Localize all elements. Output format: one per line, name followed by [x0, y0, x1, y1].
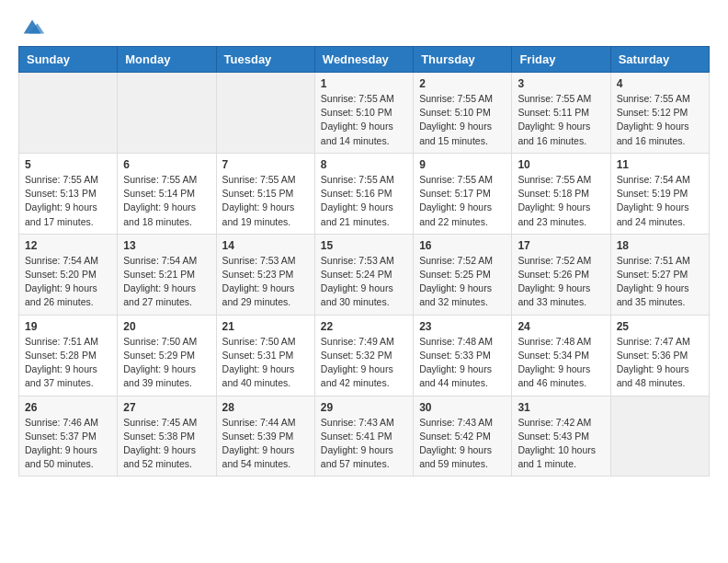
- calendar-cell: 14Sunrise: 7:53 AM Sunset: 5:23 PM Dayli…: [216, 234, 314, 315]
- day-number: 8: [321, 158, 407, 171]
- calendar-cell: 7Sunrise: 7:55 AM Sunset: 5:15 PM Daylig…: [216, 153, 314, 234]
- calendar-cell: 25Sunrise: 7:47 AM Sunset: 5:36 PM Dayli…: [610, 315, 709, 396]
- day-info: Sunrise: 7:48 AM Sunset: 5:33 PM Dayligh…: [419, 335, 506, 391]
- weekday-header: Friday: [512, 47, 610, 73]
- calendar-cell: 5Sunrise: 7:55 AM Sunset: 5:13 PM Daylig…: [19, 153, 118, 234]
- day-number: 28: [222, 401, 309, 414]
- day-number: 19: [25, 320, 111, 333]
- day-info: Sunrise: 7:53 AM Sunset: 5:24 PM Dayligh…: [321, 254, 407, 310]
- day-info: Sunrise: 7:49 AM Sunset: 5:32 PM Dayligh…: [321, 335, 407, 391]
- day-info: Sunrise: 7:42 AM Sunset: 5:43 PM Dayligh…: [518, 416, 604, 472]
- day-info: Sunrise: 7:43 AM Sunset: 5:41 PM Dayligh…: [321, 416, 407, 472]
- day-number: 6: [123, 158, 210, 171]
- day-info: Sunrise: 7:54 AM Sunset: 5:21 PM Dayligh…: [123, 254, 210, 310]
- day-number: 5: [25, 158, 111, 171]
- calendar-cell: 13Sunrise: 7:54 AM Sunset: 5:21 PM Dayli…: [118, 234, 216, 315]
- day-info: Sunrise: 7:53 AM Sunset: 5:23 PM Dayligh…: [222, 254, 309, 310]
- weekday-header: Sunday: [19, 47, 118, 73]
- day-info: Sunrise: 7:47 AM Sunset: 5:36 PM Dayligh…: [617, 335, 703, 391]
- day-number: 3: [518, 77, 604, 90]
- day-info: Sunrise: 7:46 AM Sunset: 5:37 PM Dayligh…: [25, 416, 111, 472]
- day-number: 15: [321, 239, 407, 252]
- day-number: 25: [617, 320, 703, 333]
- day-info: Sunrise: 7:48 AM Sunset: 5:34 PM Dayligh…: [518, 335, 604, 391]
- day-number: 20: [123, 320, 210, 333]
- calendar-cell: 3Sunrise: 7:55 AM Sunset: 5:11 PM Daylig…: [512, 73, 610, 154]
- day-number: 13: [123, 239, 210, 252]
- calendar-cell: 16Sunrise: 7:52 AM Sunset: 5:25 PM Dayli…: [414, 234, 512, 315]
- calendar-week-row: 12Sunrise: 7:54 AM Sunset: 5:20 PM Dayli…: [19, 234, 710, 315]
- calendar-cell: 30Sunrise: 7:43 AM Sunset: 5:42 PM Dayli…: [414, 396, 512, 477]
- day-info: Sunrise: 7:51 AM Sunset: 5:27 PM Dayligh…: [617, 254, 703, 310]
- day-info: Sunrise: 7:55 AM Sunset: 5:11 PM Dayligh…: [518, 92, 604, 148]
- day-number: 29: [321, 401, 407, 414]
- weekday-header: Saturday: [610, 47, 709, 73]
- day-number: 2: [419, 77, 506, 90]
- day-number: 9: [419, 158, 506, 171]
- calendar-cell: 18Sunrise: 7:51 AM Sunset: 5:27 PM Dayli…: [610, 234, 709, 315]
- calendar-cell: 4Sunrise: 7:55 AM Sunset: 5:12 PM Daylig…: [610, 73, 709, 154]
- calendar-header-row: SundayMondayTuesdayWednesdayThursdayFrid…: [19, 47, 710, 73]
- logo: [18, 15, 46, 37]
- day-info: Sunrise: 7:55 AM Sunset: 5:12 PM Dayligh…: [617, 92, 703, 148]
- day-number: 4: [617, 77, 703, 90]
- calendar-cell: 28Sunrise: 7:44 AM Sunset: 5:39 PM Dayli…: [216, 396, 314, 477]
- day-info: Sunrise: 7:55 AM Sunset: 5:15 PM Dayligh…: [222, 173, 309, 229]
- day-info: Sunrise: 7:55 AM Sunset: 5:14 PM Dayligh…: [123, 173, 210, 229]
- day-info: Sunrise: 7:43 AM Sunset: 5:42 PM Dayligh…: [419, 416, 506, 472]
- day-number: 17: [518, 239, 604, 252]
- weekday-header: Thursday: [414, 47, 512, 73]
- day-info: Sunrise: 7:52 AM Sunset: 5:26 PM Dayligh…: [518, 254, 604, 310]
- day-info: Sunrise: 7:54 AM Sunset: 5:19 PM Dayligh…: [617, 173, 703, 229]
- day-info: Sunrise: 7:50 AM Sunset: 5:29 PM Dayligh…: [123, 335, 210, 391]
- page: SundayMondayTuesdayWednesdayThursdayFrid…: [0, 0, 728, 491]
- calendar-cell: 17Sunrise: 7:52 AM Sunset: 5:26 PM Dayli…: [512, 234, 610, 315]
- day-number: 23: [419, 320, 506, 333]
- calendar-cell: 22Sunrise: 7:49 AM Sunset: 5:32 PM Dayli…: [314, 315, 413, 396]
- day-number: 22: [321, 320, 407, 333]
- day-info: Sunrise: 7:55 AM Sunset: 5:18 PM Dayligh…: [518, 173, 604, 229]
- day-number: 14: [222, 239, 309, 252]
- day-info: Sunrise: 7:55 AM Sunset: 5:16 PM Dayligh…: [321, 173, 407, 229]
- day-number: 16: [419, 239, 506, 252]
- day-info: Sunrise: 7:55 AM Sunset: 5:10 PM Dayligh…: [419, 92, 506, 148]
- day-info: Sunrise: 7:50 AM Sunset: 5:31 PM Dayligh…: [222, 335, 309, 391]
- calendar-cell: 2Sunrise: 7:55 AM Sunset: 5:10 PM Daylig…: [414, 73, 512, 154]
- calendar-week-row: 26Sunrise: 7:46 AM Sunset: 5:37 PM Dayli…: [19, 396, 710, 477]
- day-info: Sunrise: 7:51 AM Sunset: 5:28 PM Dayligh…: [25, 335, 111, 391]
- day-info: Sunrise: 7:45 AM Sunset: 5:38 PM Dayligh…: [123, 416, 210, 472]
- day-number: 27: [123, 401, 210, 414]
- day-number: 30: [419, 401, 506, 414]
- weekday-header: Monday: [118, 47, 216, 73]
- day-info: Sunrise: 7:54 AM Sunset: 5:20 PM Dayligh…: [25, 254, 111, 310]
- weekday-header: Wednesday: [314, 47, 413, 73]
- day-info: Sunrise: 7:52 AM Sunset: 5:25 PM Dayligh…: [419, 254, 506, 310]
- day-number: 26: [25, 401, 111, 414]
- calendar-cell: [19, 73, 118, 154]
- day-number: 24: [518, 320, 604, 333]
- day-info: Sunrise: 7:55 AM Sunset: 5:13 PM Dayligh…: [25, 173, 111, 229]
- day-number: 12: [25, 239, 111, 252]
- weekday-header: Tuesday: [216, 47, 314, 73]
- day-number: 1: [321, 77, 407, 90]
- calendar-week-row: 1Sunrise: 7:55 AM Sunset: 5:10 PM Daylig…: [19, 73, 710, 154]
- calendar-cell: 23Sunrise: 7:48 AM Sunset: 5:33 PM Dayli…: [414, 315, 512, 396]
- calendar-cell: 20Sunrise: 7:50 AM Sunset: 5:29 PM Dayli…: [118, 315, 216, 396]
- calendar-cell: 12Sunrise: 7:54 AM Sunset: 5:20 PM Dayli…: [19, 234, 118, 315]
- calendar-cell: 9Sunrise: 7:55 AM Sunset: 5:17 PM Daylig…: [414, 153, 512, 234]
- calendar-cell: 8Sunrise: 7:55 AM Sunset: 5:16 PM Daylig…: [314, 153, 413, 234]
- calendar: SundayMondayTuesdayWednesdayThursdayFrid…: [18, 46, 710, 477]
- calendar-cell: [216, 73, 314, 154]
- calendar-cell: 19Sunrise: 7:51 AM Sunset: 5:28 PM Dayli…: [19, 315, 118, 396]
- calendar-cell: 29Sunrise: 7:43 AM Sunset: 5:41 PM Dayli…: [314, 396, 413, 477]
- calendar-week-row: 5Sunrise: 7:55 AM Sunset: 5:13 PM Daylig…: [19, 153, 710, 234]
- day-number: 18: [617, 239, 703, 252]
- calendar-cell: 27Sunrise: 7:45 AM Sunset: 5:38 PM Dayli…: [118, 396, 216, 477]
- calendar-cell: 1Sunrise: 7:55 AM Sunset: 5:10 PM Daylig…: [314, 73, 413, 154]
- calendar-cell: [118, 73, 216, 154]
- header: [18, 15, 710, 37]
- day-number: 31: [518, 401, 604, 414]
- day-number: 10: [518, 158, 604, 171]
- calendar-cell: 26Sunrise: 7:46 AM Sunset: 5:37 PM Dayli…: [19, 396, 118, 477]
- calendar-cell: 6Sunrise: 7:55 AM Sunset: 5:14 PM Daylig…: [118, 153, 216, 234]
